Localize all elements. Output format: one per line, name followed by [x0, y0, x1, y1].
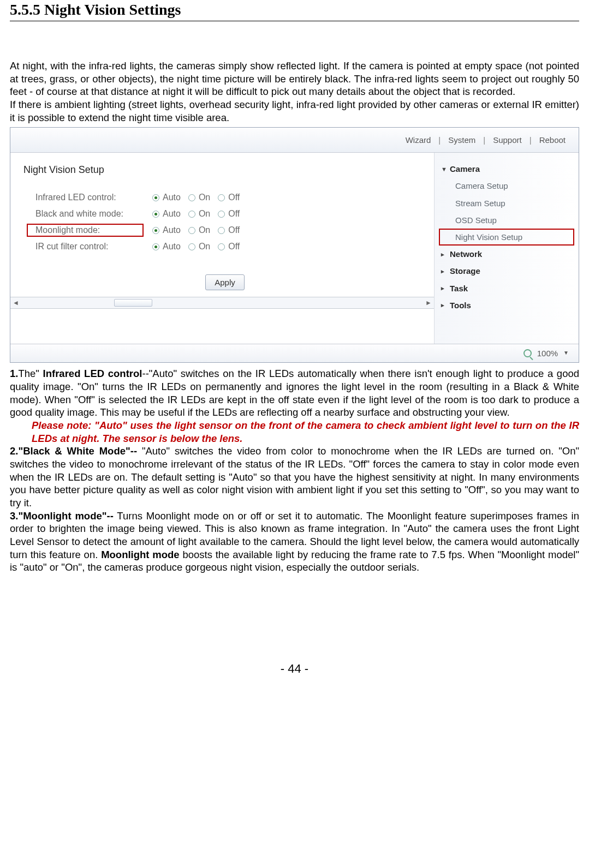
radio-on[interactable]: On [188, 192, 210, 203]
status-bar: 100% ▼ [10, 344, 579, 362]
section-heading: 5.5.5 Night Vision Settings [10, 0, 579, 21]
radio-off[interactable]: Off [218, 208, 240, 219]
radio-auto[interactable]: Auto [152, 208, 181, 219]
radio-dot-icon [218, 211, 225, 218]
radio-label: On [199, 241, 210, 252]
nav-system[interactable]: System [448, 135, 475, 145]
radio-auto[interactable]: Auto [152, 225, 181, 236]
radio-dot-icon [152, 227, 159, 234]
nav-support[interactable]: Support [493, 135, 522, 145]
settings-screenshot: Wizard| System| Support| Reboot Night Vi… [10, 127, 579, 363]
radio-label: Auto [163, 208, 181, 219]
radio-dot-icon [218, 243, 225, 250]
sidebar-group-network[interactable]: ▸Network [439, 246, 574, 262]
sidebar-item-camera-setup[interactable]: Camera Setup [439, 177, 574, 194]
panel-title: Night Vision Setup [23, 164, 423, 176]
chevron-right-icon: ▸ [441, 250, 447, 258]
sidebar-group-label: Network [450, 249, 482, 259]
settings-main-panel: Night Vision Setup Infrared LED control:… [10, 153, 434, 344]
sidebar-group-task[interactable]: ▸Task [439, 280, 574, 297]
item-1-paragraph: 1.The" Infrared LED control--"Auto" swit… [10, 367, 579, 419]
radio-dot-icon [218, 227, 225, 234]
radio-on[interactable]: On [188, 225, 210, 236]
chevron-right-icon: ▸ [441, 301, 447, 309]
nav-separator: | [529, 135, 532, 145]
radio-label: On [199, 225, 210, 236]
intro-paragraph-2: If there is ambient lighting (street lig… [10, 98, 579, 124]
item-3-strong: Moonlight mode [101, 549, 179, 560]
radio-label: Off [228, 225, 240, 236]
radio-label: Auto [163, 241, 181, 252]
radio-on[interactable]: On [188, 208, 210, 219]
radio-label: On [199, 208, 210, 219]
sidebar-group-label: Storage [450, 266, 480, 276]
radio-dot-icon [152, 211, 159, 218]
intro-paragraph-1: At night, with the infra-red lights, the… [10, 59, 579, 98]
radio-label: Off [228, 208, 240, 219]
chevron-right-icon: ▸ [441, 284, 447, 292]
nav-separator: | [483, 135, 485, 145]
zoom-icon[interactable] [523, 349, 532, 357]
radio-dot-icon [152, 194, 159, 201]
radio-off[interactable]: Off [218, 241, 240, 252]
nav-separator: | [438, 135, 441, 145]
item-3-paragraph: 3."Moonlight mode"-- Turns Moonlight mod… [10, 510, 579, 574]
sidebar-group-label: Task [450, 283, 468, 294]
radio-dot-icon [152, 243, 159, 250]
label-ir-cut-filter-control: IR cut filter control: [27, 240, 152, 253]
radio-auto[interactable]: Auto [152, 192, 181, 203]
radio-dot-icon [188, 227, 195, 234]
sidebar-item-osd-setup[interactable]: OSD Setup [439, 212, 574, 229]
radio-dot-icon [188, 194, 195, 201]
radio-off[interactable]: Off [218, 192, 240, 203]
sidebar-group-tools[interactable]: ▸Tools [439, 297, 574, 314]
sidebar-item-stream-setup[interactable]: Stream Setup [439, 195, 574, 212]
chevron-down-icon: ▼ [441, 165, 447, 173]
radio-label: Auto [163, 192, 181, 203]
sidebar-group-camera[interactable]: ▼Camera [439, 160, 574, 177]
page-number: - 44 - [10, 661, 579, 677]
nav-wizard[interactable]: Wizard [406, 135, 431, 145]
item-2-paragraph: 2."Black & White Mode"-- "Auto" switches… [10, 445, 579, 509]
radio-label: On [199, 192, 210, 203]
sidebar-group-storage[interactable]: ▸Storage [439, 262, 574, 279]
radio-auto[interactable]: Auto [152, 241, 181, 252]
radio-label: Off [228, 192, 240, 203]
zoom-dropdown-icon[interactable]: ▼ [563, 350, 569, 357]
sidebar-item-night-vision-setup-highlighted[interactable]: Night Vision Setup [439, 229, 574, 246]
item-1-strong: Infrared LED control [43, 368, 142, 379]
top-nav-bar: Wizard| System| Support| Reboot [10, 128, 579, 153]
sidebar-group-label: Tools [450, 300, 471, 310]
label-infrared-led-control: Infrared LED control: [27, 191, 152, 204]
item-1-the: The" [18, 368, 43, 379]
radio-label: Off [228, 241, 240, 252]
item-2-lead: 2."Black & White Mode"-- [10, 445, 137, 457]
scroll-right-icon[interactable]: ► [423, 299, 434, 307]
radio-dot-icon [188, 243, 195, 250]
horizontal-scrollbar[interactable]: ◄ ► [10, 297, 434, 309]
radio-dot-icon [188, 211, 195, 218]
scroll-thumb[interactable] [114, 299, 152, 307]
radio-on[interactable]: On [188, 241, 210, 252]
label-black-and-white-mode: Black and white mode: [27, 207, 152, 220]
sidebar-nav: ▼Camera Camera Setup Stream Setup OSD Se… [434, 153, 579, 344]
item-3-lead: 3."Moonlight mode"-- [10, 510, 114, 522]
scroll-left-icon[interactable]: ◄ [10, 299, 21, 307]
sidebar-group-label: Camera [450, 164, 480, 174]
item-1-lead: 1. [10, 368, 18, 379]
zoom-level: 100% [537, 348, 558, 358]
radio-off[interactable]: Off [218, 225, 240, 236]
radio-dot-icon [218, 194, 225, 201]
label-moonlight-mode-highlighted: Moonlight mode: [27, 224, 144, 237]
radio-label: Auto [163, 225, 181, 236]
chevron-right-icon: ▸ [441, 267, 447, 275]
apply-button[interactable]: Apply [205, 274, 245, 290]
nav-reboot[interactable]: Reboot [539, 135, 566, 145]
note-paragraph: Please note: "Auto" uses the light senso… [10, 419, 579, 445]
